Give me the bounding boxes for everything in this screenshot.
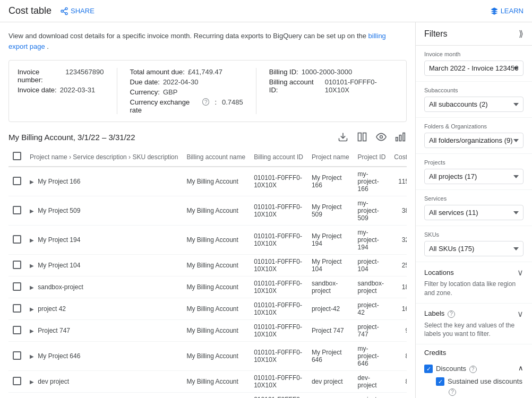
sustained-use-help-icon[interactable]: ?	[449, 388, 456, 396]
table-row: ▶ My Project 104 My Billing Account 0101…	[8, 255, 407, 276]
discounts-checkbox-row: Discounts ? ∧	[424, 364, 524, 374]
row-checkbox[interactable]	[13, 351, 21, 360]
row-checkbox-cell	[8, 320, 25, 342]
row-billing-account-name: My Billing Account	[182, 393, 250, 399]
row-expand-arrow[interactable]: ▶	[30, 263, 34, 269]
row-cost: 1641.04	[390, 298, 407, 320]
filters-collapse-button[interactable]: ⟫	[519, 29, 524, 39]
table-row: ▶ dev project My Billing Account 010101-…	[8, 371, 407, 393]
services-select[interactable]: All services (11)	[424, 205, 524, 220]
row-checkbox[interactable]	[13, 261, 21, 269]
row-expand-arrow[interactable]: ▶	[30, 328, 34, 334]
filter-folders: Folders & Organizations All folders/orga…	[416, 118, 532, 154]
table-title: My Billing Account, 3/1/22 – 3/31/22	[8, 133, 135, 142]
columns-icon[interactable]	[356, 131, 368, 143]
row-checkbox[interactable]	[13, 377, 21, 385]
labels-help-icon[interactable]: ?	[448, 310, 455, 318]
folders-select[interactable]: All folders/organizations (9)	[424, 133, 524, 148]
row-project-id: my-project-646	[354, 342, 390, 371]
skus-select[interactable]: All SKUs (175)	[424, 241, 524, 256]
select-all-checkbox[interactable]	[13, 152, 21, 160]
row-project-id: project-10	[354, 393, 390, 399]
row-billing-account-id: 010101-F0FFF0-10X10X	[250, 371, 307, 393]
row-checkbox[interactable]	[13, 304, 21, 313]
row-checkbox-cell	[8, 342, 25, 371]
learn-button[interactable]: LEARN	[490, 7, 524, 15]
cost-table: Project name › Service description › SKU…	[8, 148, 407, 398]
description-text: View and download cost details for a spe…	[8, 31, 407, 51]
row-project: ▶ sandbox-project	[25, 276, 182, 298]
subaccounts-select[interactable]: All subaccounts (2)	[424, 97, 524, 112]
sustained-use-checkbox[interactable]	[436, 377, 444, 386]
row-cost: 3285.90	[390, 226, 407, 255]
invoice-number-row: Invoice number: 1234567890	[18, 68, 104, 84]
projects-select[interactable]: All projects (17)	[424, 169, 524, 184]
row-expand-arrow[interactable]: ▶	[30, 237, 34, 243]
invoice-info: Invoice number: 1234567890 Invoice date:…	[8, 60, 407, 122]
row-billing-account-id: 010101-F0FFF0-10X10X	[250, 196, 307, 226]
svg-line-4	[63, 9, 66, 11]
invoice-month-select[interactable]: March 2022 - Invoice 1234567890	[424, 60, 524, 76]
row-project-id: my-project-509	[354, 196, 390, 226]
discounts-help-icon[interactable]: ?	[469, 366, 477, 373]
row-billing-account-id: 010101-F0FFF0-10X10X	[250, 226, 307, 255]
exchange-help-icon[interactable]: ?	[202, 98, 209, 106]
row-expand-arrow[interactable]: ▶	[30, 353, 34, 359]
row-billing-account-id: 010101-F0FFF0-10X10X	[250, 393, 307, 399]
row-billing-account-name: My Billing Account	[182, 298, 250, 320]
main-layout: View and download cost details for a spe…	[0, 22, 532, 398]
row-checkbox-cell	[8, 298, 25, 320]
locations-toggle[interactable]: ∨	[517, 267, 524, 278]
table-row: ▶ project 42 My Billing Account 010101-F…	[8, 298, 407, 320]
discounts-expand[interactable]: ∧	[518, 364, 524, 372]
table-row: ▶ Project 10 My Billing Account 010101-F…	[8, 393, 407, 399]
view-icon[interactable]	[375, 131, 388, 143]
download-icon[interactable]	[337, 131, 349, 143]
row-expand-arrow[interactable]: ▶	[30, 306, 34, 312]
row-project: ▶ project 42	[25, 298, 182, 320]
filter-subaccounts: Subaccounts All subaccounts (2)	[416, 82, 532, 118]
sustained-use-row: Sustained use discounts ?	[436, 377, 524, 396]
row-billing-account-id: 010101-F0FFF0-10X10X	[250, 276, 307, 298]
table-row: ▶ My Project 194 My Billing Account 0101…	[8, 226, 407, 255]
row-checkbox-cell	[8, 255, 25, 276]
row-project-id: project-42	[354, 298, 390, 320]
due-date-row: Due date: 2022-04-30	[130, 78, 243, 86]
row-checkbox[interactable]	[13, 235, 21, 244]
row-cost: 3885.45	[390, 196, 407, 226]
svg-rect-6	[358, 133, 362, 141]
table-actions	[337, 131, 407, 143]
labels-toggle[interactable]: ∨	[517, 309, 524, 319]
row-billing-account-name: My Billing Account	[182, 371, 250, 393]
row-project-name: My Project 166	[307, 167, 354, 196]
discounts-checkbox[interactable]	[424, 365, 433, 373]
row-cost: 906.06	[390, 320, 407, 342]
row-expand-arrow[interactable]: ▶	[30, 284, 34, 290]
svg-rect-7	[363, 133, 366, 141]
bar-chart-icon[interactable]	[394, 131, 407, 143]
header-cost[interactable]: Cost (£) ▼	[390, 148, 407, 167]
filter-skus: SKUs All SKUs (175)	[416, 226, 532, 262]
share-button[interactable]: SHARE	[60, 7, 95, 15]
row-project: ▶ My Project 509	[25, 196, 182, 226]
row-checkbox[interactable]	[13, 177, 21, 185]
header-billing-account-name: Billing account name	[182, 148, 250, 167]
row-expand-arrow[interactable]: ▶	[30, 208, 34, 214]
row-checkbox[interactable]	[13, 326, 21, 334]
row-billing-account-name: My Billing Account	[182, 196, 250, 226]
billing-account-id-row: Billing account ID: 010101-F0FFF0-10X10X	[269, 78, 398, 94]
svg-point-2	[65, 12, 67, 14]
row-checkbox-cell	[8, 371, 25, 393]
row-project-name: My Project 646	[307, 342, 354, 371]
row-expand-arrow[interactable]: ▶	[30, 379, 34, 385]
row-billing-account-id: 010101-F0FFF0-10X10X	[250, 255, 307, 276]
row-checkbox[interactable]	[13, 206, 21, 214]
row-project-name: My Project 509	[307, 196, 354, 226]
row-cost: 11587.73	[390, 167, 407, 196]
invoice-col-right: Billing ID: 1000-2000-3000 Billing accou…	[256, 68, 398, 114]
row-expand-arrow[interactable]: ▶	[30, 179, 34, 185]
filter-projects: Projects All projects (17)	[416, 154, 532, 190]
row-checkbox[interactable]	[13, 282, 21, 291]
row-billing-account-id: 010101-F0FFF0-10X10X	[250, 167, 307, 196]
table-row: ▶ Project 747 My Billing Account 010101-…	[8, 320, 407, 342]
